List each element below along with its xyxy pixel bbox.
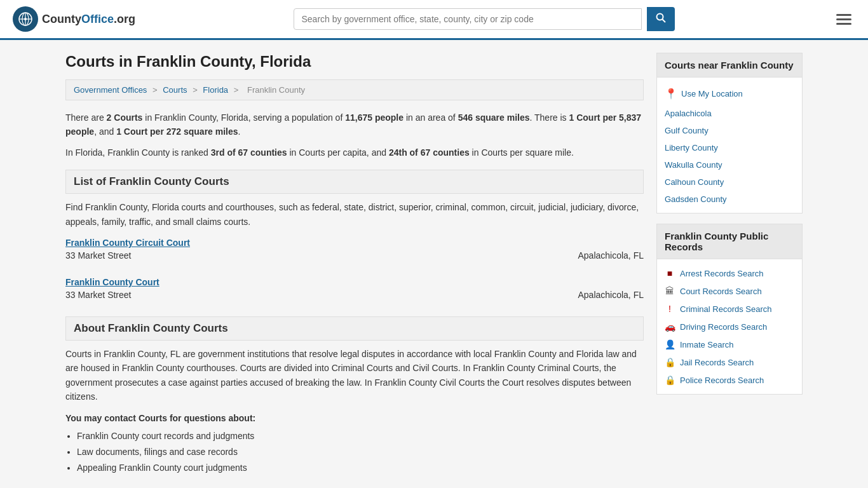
sidebar-nearby-liberty[interactable]: Liberty County <box>657 139 802 156</box>
search-area <box>294 7 675 31</box>
sidebar-public-records: Franklin County Public Records ■ Arrest … <box>656 224 803 395</box>
driving-records-link[interactable]: Driving Records Search <box>680 322 767 332</box>
court-address-0: 33 Market Street <box>65 250 132 261</box>
svg-point-6 <box>656 14 663 20</box>
logo-icon <box>13 6 38 32</box>
breadcrumb-sep3: > <box>234 85 241 95</box>
court-entry-1: Franklin County Court 33 Market Street A… <box>65 277 644 306</box>
records-item-police[interactable]: 🔒 Police Records Search <box>657 371 802 389</box>
criminal-icon: ! <box>665 304 675 314</box>
intro-paragraph-2: In Florida, Franklin County is ranked 3r… <box>65 146 644 159</box>
court-address-1: 33 Market Street <box>65 290 132 300</box>
nearby-link-2[interactable]: Liberty County <box>665 143 718 152</box>
breadcrumb-courts[interactable]: Courts <box>163 85 187 95</box>
driving-icon: 🚗 <box>665 322 675 332</box>
page-title: Courts in Franklin County, Florida <box>65 53 644 71</box>
records-item-court[interactable]: 🏛 Court Records Search <box>657 282 802 300</box>
court-entry-0: Franklin County Circuit Court 33 Market … <box>65 238 644 267</box>
breadcrumb-florida[interactable]: Florida <box>203 85 228 95</box>
main-container: Courts in Franklin County, Florida Gover… <box>53 40 815 488</box>
sidebar-nearby-gadsden[interactable]: Gadsden County <box>657 191 802 208</box>
criminal-records-link[interactable]: Criminal Records Search <box>680 304 772 314</box>
use-my-location-label: Use My Location <box>681 89 743 98</box>
jail-records-link[interactable]: Jail Records Search <box>680 358 754 367</box>
breadcrumb-franklin: Franklin County <box>247 85 305 95</box>
contact-list: Franklin County court records and judgme… <box>65 428 644 477</box>
svg-line-7 <box>662 20 665 23</box>
court-details-1: 33 Market Street Apalachicola, FL <box>65 290 644 300</box>
sidebar-nearby-title: Courts near Franklin County <box>657 53 802 78</box>
sidebar-records-list: ■ Arrest Records Search 🏛 Court Records … <box>657 259 802 394</box>
breadcrumb: Government Offices > Courts > Florida > … <box>65 79 644 100</box>
nearby-link-0[interactable]: Apalachicola <box>665 109 712 118</box>
court-name-0[interactable]: Franklin County Circuit Court <box>65 238 644 248</box>
sidebar: Courts near Franklin County 📍 Use My Loc… <box>656 53 803 476</box>
records-item-arrest[interactable]: ■ Arrest Records Search <box>657 264 802 282</box>
court-name-1[interactable]: Franklin County Court <box>65 277 644 287</box>
records-item-driving[interactable]: 🚗 Driving Records Search <box>657 318 802 336</box>
intro-paragraph-1: There are 2 Courts in Franklin County, F… <box>65 111 644 139</box>
search-button[interactable] <box>647 7 675 31</box>
location-icon: 📍 <box>665 88 677 100</box>
police-records-link[interactable]: Police Records Search <box>680 376 764 385</box>
court-details-0: 33 Market Street Apalachicola, FL <box>65 250 644 261</box>
court-records-link[interactable]: Court Records Search <box>680 287 762 296</box>
records-item-jail[interactable]: 🔒 Jail Records Search <box>657 353 802 371</box>
contact-item-1: Law documents, filings and case records <box>77 444 644 460</box>
site-header: CountyOffice.org <box>0 0 868 40</box>
list-section-desc: Find Franklin County, Florida courts and… <box>65 200 644 229</box>
hamburger-menu-button[interactable] <box>832 10 855 29</box>
about-section-heading: About Franklin County Courts <box>65 316 644 341</box>
breadcrumb-sep2: > <box>193 85 200 95</box>
records-item-inmate[interactable]: 👤 Inmate Search <box>657 336 802 353</box>
content-area: Courts in Franklin County, Florida Gover… <box>65 53 644 476</box>
contact-heading: You may contact Courts for questions abo… <box>65 413 644 423</box>
court-icon: 🏛 <box>665 286 675 296</box>
search-input[interactable] <box>294 8 642 30</box>
sidebar-nearby-calhoun[interactable]: Calhoun County <box>657 173 802 191</box>
svg-point-5 <box>24 18 27 20</box>
inmate-icon: 👤 <box>665 339 675 349</box>
records-item-criminal[interactable]: ! Criminal Records Search <box>657 300 802 318</box>
jail-icon: 🔒 <box>665 357 675 367</box>
logo-area: CountyOffice.org <box>13 6 135 32</box>
inmate-search-link[interactable]: Inmate Search <box>680 340 734 349</box>
logo-text: CountyOffice.org <box>42 13 135 26</box>
contact-item-2: Appealing Franklin County court judgment… <box>77 460 644 476</box>
sidebar-courts-nearby: Courts near Franklin County 📍 Use My Loc… <box>656 53 803 214</box>
nearby-link-3[interactable]: Wakulla County <box>665 160 722 170</box>
sidebar-nearby-list: 📍 Use My Location Apalachicola Gulf Coun… <box>657 78 802 213</box>
nearby-link-5[interactable]: Gadsden County <box>665 194 727 204</box>
sidebar-nearby-apalachicola[interactable]: Apalachicola <box>657 105 802 122</box>
breadcrumb-gov-offices[interactable]: Government Offices <box>74 85 147 95</box>
nearby-link-4[interactable]: Calhoun County <box>665 177 724 187</box>
about-body: Courts in Franklin County, FL are govern… <box>65 347 644 404</box>
sidebar-nearby-wakulla[interactable]: Wakulla County <box>657 156 802 173</box>
arrest-icon: ■ <box>665 268 675 278</box>
sidebar-records-title: Franklin County Public Records <box>657 224 802 259</box>
list-section-heading: List of Franklin County Courts <box>65 170 644 194</box>
breadcrumb-sep1: > <box>153 85 159 95</box>
use-my-location[interactable]: 📍 Use My Location <box>657 83 802 105</box>
court-city-1: Apalachicola, FL <box>578 290 644 300</box>
sidebar-nearby-gulf[interactable]: Gulf County <box>657 122 802 139</box>
nearby-link-1[interactable]: Gulf County <box>665 126 709 135</box>
contact-item-0: Franklin County court records and judgme… <box>77 428 644 444</box>
arrest-records-link[interactable]: Arrest Records Search <box>680 269 764 278</box>
court-city-0: Apalachicola, FL <box>578 250 644 261</box>
police-icon: 🔒 <box>665 375 675 385</box>
